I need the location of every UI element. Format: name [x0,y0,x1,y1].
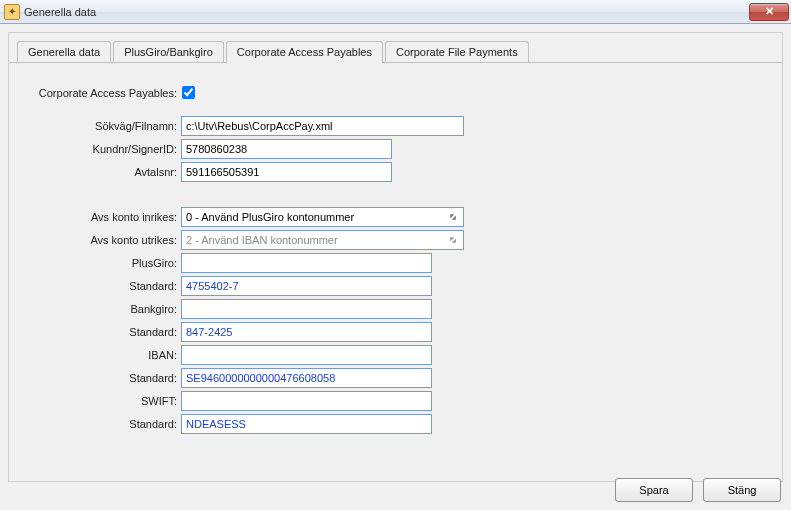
tab-generella-data[interactable]: Generella data [17,41,111,63]
path-input[interactable] [181,116,464,136]
agreement-label: Avtalsnr: [21,166,181,178]
window-close-button[interactable]: ✕ [749,3,789,21]
chevron-down-icon [445,232,461,248]
chevron-down-icon [445,209,461,225]
main-panel: Generella data PlusGiro/Bankgiro Corpora… [8,32,783,482]
standard2-label: Standard: [21,326,181,338]
foreign-label: Avs konto utrikes: [21,234,181,246]
tab-label: Corporate Access Payables [237,46,372,58]
tab-plusgiro-bankgiro[interactable]: PlusGiro/Bankgiro [113,41,224,63]
tab-corporate-file-payments[interactable]: Corporate File Payments [385,41,529,63]
iban-label: IBAN: [21,349,181,361]
standard1-label: Standard: [21,280,181,292]
domestic-label: Avs konto inrikes: [21,211,181,223]
swift-input[interactable] [181,391,432,411]
agreement-input[interactable] [181,162,392,182]
close-icon: ✕ [765,6,774,17]
standard4-label: Standard: [21,418,181,430]
window-title: Generella data [24,6,96,18]
plusgiro-input[interactable] [181,253,432,273]
tab-label: Corporate File Payments [396,46,518,58]
customer-input[interactable] [181,139,392,159]
plusgiro-label: PlusGiro: [21,257,181,269]
domestic-select[interactable]: 0 - Använd PlusGiro kontonummer [181,207,464,227]
tab-strip: Generella data PlusGiro/Bankgiro Corpora… [9,41,782,63]
save-button[interactable]: Spara [615,478,693,502]
button-bar: Spara Stäng [615,478,781,502]
standard2-input[interactable] [181,322,432,342]
standard1-input[interactable] [181,276,432,296]
domestic-value: 0 - Använd PlusGiro kontonummer [186,211,354,223]
customer-label: Kundnr/SignerID: [21,143,181,155]
tab-corporate-access-payables[interactable]: Corporate Access Payables [226,41,383,64]
tab-label: Generella data [28,46,100,58]
standard3-label: Standard: [21,372,181,384]
iban-input[interactable] [181,345,432,365]
standard4-input[interactable] [181,414,432,434]
close-button-label: Stäng [728,484,757,496]
bankgiro-input[interactable] [181,299,432,319]
standard3-input[interactable] [181,368,432,388]
path-label: Sökväg/Filnamn: [21,120,181,132]
swift-label: SWIFT: [21,395,181,407]
tab-label: PlusGiro/Bankgiro [124,46,213,58]
enable-label: Corporate Access Payables: [21,87,181,99]
tab-body-corporate-access-payables: Corporate Access Payables: Sökväg/Filnam… [9,63,782,447]
foreign-select[interactable]: 2 - Använd IBAN kontonummer [181,230,464,250]
bankgiro-label: Bankgiro: [21,303,181,315]
titlebar: ✦ Generella data ✕ [0,0,791,24]
foreign-value: 2 - Använd IBAN kontonummer [186,234,338,246]
app-icon: ✦ [4,4,20,20]
client-area: Generella data PlusGiro/Bankgiro Corpora… [0,24,791,510]
close-button[interactable]: Stäng [703,478,781,502]
save-button-label: Spara [639,484,668,496]
enable-checkbox[interactable] [182,86,195,99]
